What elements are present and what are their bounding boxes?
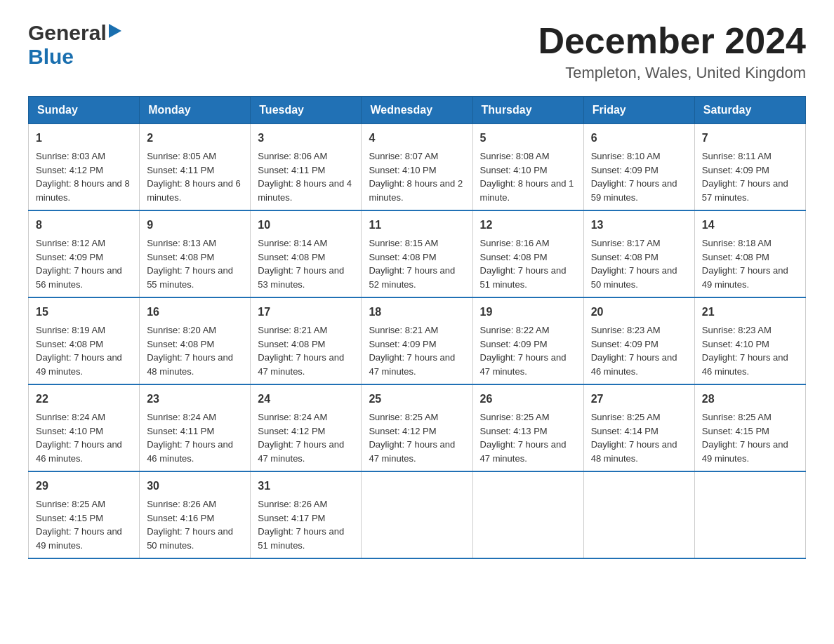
calendar-week-3: 15 Sunrise: 8:19 AMSunset: 4:08 PMDaylig… xyxy=(29,297,806,384)
header-row: Sunday Monday Tuesday Wednesday Thursday… xyxy=(29,97,806,124)
day-info: Sunrise: 8:08 AMSunset: 4:10 PMDaylight:… xyxy=(480,151,574,203)
calendar-cell: 29 Sunrise: 8:25 AMSunset: 4:15 PMDaylig… xyxy=(29,471,140,558)
day-number: 1 xyxy=(36,130,132,147)
day-info: Sunrise: 8:03 AMSunset: 4:12 PMDaylight:… xyxy=(36,151,130,203)
calendar-cell: 31 Sunrise: 8:26 AMSunset: 4:17 PMDaylig… xyxy=(251,471,362,558)
day-number: 16 xyxy=(147,304,243,321)
calendar-cell: 13 Sunrise: 8:17 AMSunset: 4:08 PMDaylig… xyxy=(583,210,694,297)
logo-blue-text: Blue xyxy=(28,45,74,68)
calendar-cell: 18 Sunrise: 8:21 AMSunset: 4:09 PMDaylig… xyxy=(362,297,472,384)
col-thursday: Thursday xyxy=(472,97,583,124)
day-info: Sunrise: 8:23 AMSunset: 4:10 PMDaylight:… xyxy=(702,325,788,377)
calendar-cell: 27 Sunrise: 8:25 AMSunset: 4:14 PMDaylig… xyxy=(583,384,694,471)
calendar-cell: 20 Sunrise: 8:23 AMSunset: 4:09 PMDaylig… xyxy=(583,297,694,384)
day-number: 31 xyxy=(258,478,354,495)
day-number: 19 xyxy=(480,304,576,321)
day-number: 4 xyxy=(369,130,465,147)
calendar-cell xyxy=(694,471,805,558)
day-number: 29 xyxy=(36,478,132,495)
day-number: 22 xyxy=(36,391,132,408)
calendar-cell: 16 Sunrise: 8:20 AMSunset: 4:08 PMDaylig… xyxy=(140,297,251,384)
col-friday: Friday xyxy=(583,97,694,124)
calendar-cell: 7 Sunrise: 8:11 AMSunset: 4:09 PMDayligh… xyxy=(694,124,805,211)
day-info: Sunrise: 8:25 AMSunset: 4:15 PMDaylight:… xyxy=(36,499,122,551)
calendar-cell: 11 Sunrise: 8:15 AMSunset: 4:08 PMDaylig… xyxy=(362,210,472,297)
day-info: Sunrise: 8:24 AMSunset: 4:10 PMDaylight:… xyxy=(36,412,122,464)
calendar-cell: 14 Sunrise: 8:18 AMSunset: 4:08 PMDaylig… xyxy=(694,210,805,297)
calendar-cell xyxy=(583,471,694,558)
calendar-cell: 9 Sunrise: 8:13 AMSunset: 4:08 PMDayligh… xyxy=(140,210,251,297)
day-info: Sunrise: 8:10 AMSunset: 4:09 PMDaylight:… xyxy=(591,151,677,203)
day-info: Sunrise: 8:18 AMSunset: 4:08 PMDaylight:… xyxy=(702,238,788,290)
day-number: 12 xyxy=(480,217,576,234)
day-number: 3 xyxy=(258,130,354,147)
day-info: Sunrise: 8:21 AMSunset: 4:08 PMDaylight:… xyxy=(258,325,344,377)
calendar-cell: 24 Sunrise: 8:24 AMSunset: 4:12 PMDaylig… xyxy=(251,384,362,471)
day-info: Sunrise: 8:11 AMSunset: 4:09 PMDaylight:… xyxy=(702,151,788,203)
day-number: 18 xyxy=(369,304,465,321)
calendar-cell: 3 Sunrise: 8:06 AMSunset: 4:11 PMDayligh… xyxy=(251,124,362,211)
col-monday: Monday xyxy=(140,97,251,124)
calendar-cell: 21 Sunrise: 8:23 AMSunset: 4:10 PMDaylig… xyxy=(694,297,805,384)
day-number: 8 xyxy=(36,217,132,234)
day-info: Sunrise: 8:17 AMSunset: 4:08 PMDaylight:… xyxy=(591,238,677,290)
calendar-cell: 4 Sunrise: 8:07 AMSunset: 4:10 PMDayligh… xyxy=(362,124,472,211)
day-info: Sunrise: 8:25 AMSunset: 4:15 PMDaylight:… xyxy=(702,412,788,464)
calendar-week-5: 29 Sunrise: 8:25 AMSunset: 4:15 PMDaylig… xyxy=(29,471,806,558)
day-info: Sunrise: 8:24 AMSunset: 4:12 PMDaylight:… xyxy=(258,412,344,464)
calendar-header: Sunday Monday Tuesday Wednesday Thursday… xyxy=(29,97,806,124)
day-info: Sunrise: 8:25 AMSunset: 4:12 PMDaylight:… xyxy=(369,412,455,464)
day-info: Sunrise: 8:25 AMSunset: 4:14 PMDaylight:… xyxy=(591,412,677,464)
logo-arrow-icon xyxy=(109,24,121,41)
day-number: 9 xyxy=(147,217,243,234)
day-info: Sunrise: 8:23 AMSunset: 4:09 PMDaylight:… xyxy=(591,325,677,377)
day-info: Sunrise: 8:12 AMSunset: 4:09 PMDaylight:… xyxy=(36,238,122,290)
day-info: Sunrise: 8:20 AMSunset: 4:08 PMDaylight:… xyxy=(147,325,233,377)
month-title: December 2024 xyxy=(538,21,806,61)
calendar-cell: 30 Sunrise: 8:26 AMSunset: 4:16 PMDaylig… xyxy=(140,471,251,558)
title-block: December 2024 Templeton, Wales, United K… xyxy=(538,21,806,82)
day-number: 25 xyxy=(369,391,465,408)
calendar-cell: 22 Sunrise: 8:24 AMSunset: 4:10 PMDaylig… xyxy=(29,384,140,471)
calendar-cell: 12 Sunrise: 8:16 AMSunset: 4:08 PMDaylig… xyxy=(472,210,583,297)
calendar-week-2: 8 Sunrise: 8:12 AMSunset: 4:09 PMDayligh… xyxy=(29,210,806,297)
day-number: 7 xyxy=(702,130,798,147)
calendar-table: Sunday Monday Tuesday Wednesday Thursday… xyxy=(28,96,806,559)
day-info: Sunrise: 8:15 AMSunset: 4:08 PMDaylight:… xyxy=(369,238,455,290)
page-header: General Blue December 2024 Templeton, Wa… xyxy=(28,21,806,82)
calendar-cell: 10 Sunrise: 8:14 AMSunset: 4:08 PMDaylig… xyxy=(251,210,362,297)
day-number: 23 xyxy=(147,391,243,408)
col-sunday: Sunday xyxy=(29,97,140,124)
day-info: Sunrise: 8:16 AMSunset: 4:08 PMDaylight:… xyxy=(480,238,567,290)
day-info: Sunrise: 8:05 AMSunset: 4:11 PMDaylight:… xyxy=(147,151,241,203)
calendar-cell: 2 Sunrise: 8:05 AMSunset: 4:11 PMDayligh… xyxy=(140,124,251,211)
day-info: Sunrise: 8:26 AMSunset: 4:16 PMDaylight:… xyxy=(147,499,233,551)
calendar-cell: 17 Sunrise: 8:21 AMSunset: 4:08 PMDaylig… xyxy=(251,297,362,384)
day-number: 30 xyxy=(147,478,243,495)
calendar-cell: 8 Sunrise: 8:12 AMSunset: 4:09 PMDayligh… xyxy=(29,210,140,297)
calendar-cell xyxy=(472,471,583,558)
day-info: Sunrise: 8:06 AMSunset: 4:11 PMDaylight:… xyxy=(258,151,352,203)
day-number: 27 xyxy=(591,391,687,408)
day-number: 5 xyxy=(480,130,576,147)
calendar-cell: 6 Sunrise: 8:10 AMSunset: 4:09 PMDayligh… xyxy=(583,124,694,211)
location-subtitle: Templeton, Wales, United Kingdom xyxy=(538,64,806,82)
col-wednesday: Wednesday xyxy=(362,97,472,124)
day-number: 10 xyxy=(258,217,354,234)
day-number: 11 xyxy=(369,217,465,234)
logo-general-text: General xyxy=(28,21,107,45)
day-info: Sunrise: 8:26 AMSunset: 4:17 PMDaylight:… xyxy=(258,499,344,551)
day-info: Sunrise: 8:22 AMSunset: 4:09 PMDaylight:… xyxy=(480,325,567,377)
col-tuesday: Tuesday xyxy=(251,97,362,124)
calendar-cell: 28 Sunrise: 8:25 AMSunset: 4:15 PMDaylig… xyxy=(694,384,805,471)
day-number: 6 xyxy=(591,130,687,147)
day-info: Sunrise: 8:13 AMSunset: 4:08 PMDaylight:… xyxy=(147,238,233,290)
day-info: Sunrise: 8:19 AMSunset: 4:08 PMDaylight:… xyxy=(36,325,122,377)
day-number: 24 xyxy=(258,391,354,408)
day-number: 17 xyxy=(258,304,354,321)
calendar-body: 1 Sunrise: 8:03 AMSunset: 4:12 PMDayligh… xyxy=(29,124,806,559)
day-number: 14 xyxy=(702,217,798,234)
logo: General Blue xyxy=(28,21,121,69)
svg-marker-0 xyxy=(109,24,121,38)
day-info: Sunrise: 8:25 AMSunset: 4:13 PMDaylight:… xyxy=(480,412,567,464)
